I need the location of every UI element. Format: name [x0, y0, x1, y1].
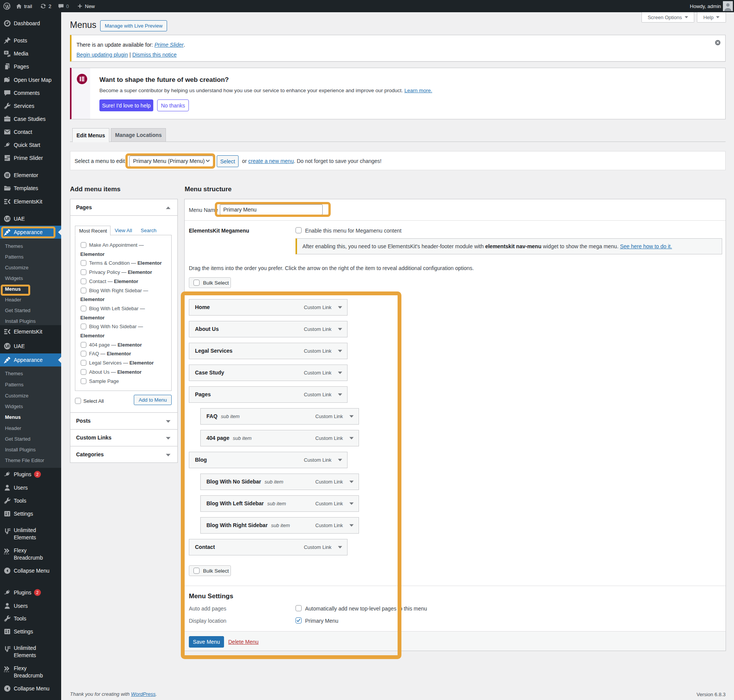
menu-item-blog-with-no-sidebar[interactable]: Blog With No Sidebarsub itemCustom Link [200, 474, 359, 490]
sidebar-item-appearance[interactable]: Appearance [0, 353, 61, 366]
sidebar-item-unlimited-elements[interactable]: UnlimitedElements [0, 642, 61, 663]
tab-edit-menus[interactable]: Edit Menus [72, 128, 109, 142]
auto-add-checkbox[interactable] [296, 605, 302, 611]
sidebar-item-comments[interactable]: Comments [0, 86, 61, 99]
page-checkbox[interactable] [81, 360, 86, 366]
menu-item-contact[interactable]: ContactCustom Link [189, 539, 348, 555]
tab-manage-locations[interactable]: Manage Locations [111, 128, 166, 142]
sidebar-item-dashboard[interactable]: Dashboard [0, 17, 61, 30]
howdy-menu[interactable]: Howdy, admin [690, 0, 721, 12]
sidebar-item-contact[interactable]: Contact [0, 125, 61, 138]
sidebar-item-plugins[interactable]: Plugins2 [0, 586, 61, 599]
sidebar-subitem-themes[interactable]: Themes [0, 368, 61, 379]
page-checkbox[interactable] [81, 324, 86, 329]
sidebar-item-services[interactable]: Services [0, 99, 61, 112]
sidebar-item-tools[interactable]: Tools [0, 612, 61, 625]
sidebar-subitem-themes[interactable]: Themes [0, 241, 61, 252]
menu-item-pages[interactable]: PagesCustom Link [189, 386, 348, 403]
bulk-select-checkbox[interactable] [193, 280, 200, 286]
page-checkbox[interactable] [81, 342, 86, 348]
menu-select-dropdown[interactable]: Primary Menu (Primary Menu) [129, 156, 213, 167]
menu-item-404-page[interactable]: 404 pagesub itemCustom Link [200, 430, 359, 446]
tab-search[interactable]: Search [141, 228, 156, 234]
sidebar-subitem-header[interactable]: Header [0, 423, 61, 434]
page-checkbox[interactable] [81, 369, 86, 375]
sidebar-item-collapse-menu[interactable]: Collapse Menu [0, 682, 61, 695]
dismiss-this-notice-link[interactable]: Dismiss this notice [132, 52, 177, 58]
sidebar-subitem-get-started[interactable]: Get Started [0, 305, 61, 316]
prime-slider-link[interactable]: Prime Slider [154, 42, 184, 48]
page-checkbox[interactable] [81, 278, 86, 284]
page-checkbox[interactable] [81, 269, 86, 275]
sidebar-item-uae[interactable]: UAE [0, 212, 61, 225]
elementor-accept-button[interactable]: Sure! I'd love to help [99, 99, 153, 111]
menu-item-blog-with-left-sidebar[interactable]: Blog With Left Sidebarsub itemCustom Lin… [200, 495, 359, 512]
wordpress-logo-menu[interactable] [3, 0, 11, 12]
menu-item-toggle-icon[interactable] [338, 546, 342, 549]
begin-updating-plugin-link[interactable]: Begin updating plugin [76, 52, 128, 58]
sidebar-item-pages[interactable]: Pages [0, 60, 61, 73]
accordion-posts[interactable]: Posts [70, 412, 177, 429]
bulk-select-top[interactable]: Bulk Select [189, 277, 231, 288]
page-checkbox[interactable] [81, 351, 86, 357]
menu-item-toggle-icon[interactable] [338, 328, 342, 330]
sidebar-item-settings[interactable]: Settings [0, 625, 61, 638]
site-menu[interactable]: trail [16, 0, 32, 12]
avatar[interactable] [723, 1, 733, 11]
sidebar-item-templates[interactable]: Templates [0, 182, 61, 195]
sidebar-item-elementskit[interactable]: ElementsKit [0, 325, 61, 338]
sidebar-item-posts[interactable]: Posts [0, 34, 61, 47]
sidebar-item-appearance[interactable]: Appearance [0, 226, 61, 239]
updates-menu[interactable]: 2 [40, 0, 51, 12]
menu-item-home[interactable]: HomeCustom Link [189, 299, 348, 316]
sidebar-subitem-customize[interactable]: Customize [0, 262, 61, 273]
learn-more-link[interactable]: Learn more. [404, 88, 432, 93]
sidebar-subitem-widgets[interactable]: Widgets [0, 401, 61, 412]
comments-menu[interactable]: 0 [58, 0, 69, 12]
page-checkbox[interactable] [81, 288, 86, 293]
accordion-categories[interactable]: Categories [70, 446, 177, 462]
menu-item-toggle-icon[interactable] [338, 459, 342, 461]
sidebar-subitem-install-plugins[interactable]: Install Plugins [0, 444, 61, 455]
add-to-menu-button[interactable]: Add to Menu [134, 395, 172, 405]
sidebar-item-settings[interactable]: Settings [0, 507, 61, 520]
sidebar-subitem-patterns[interactable]: Patterns [0, 379, 61, 390]
sidebar-item-users[interactable]: Users [0, 481, 61, 494]
sidebar-subitem-header[interactable]: Header [0, 295, 61, 305]
sidebar-subitem-patterns[interactable]: Patterns [0, 252, 61, 262]
sidebar-item-open-user-map[interactable]: Open User Map [0, 73, 61, 86]
sidebar-item-collapse-menu[interactable]: Collapse Menu [0, 564, 61, 577]
dismiss-notice-icon[interactable] [715, 39, 721, 46]
menu-item-toggle-icon[interactable] [349, 437, 354, 440]
sidebar-item-uae[interactable]: UAE [0, 340, 61, 353]
sidebar-item-unlimited-elements[interactable]: UnlimitedElements [0, 524, 61, 545]
sidebar-item-plugins[interactable]: Plugins2 [0, 468, 61, 481]
menu-name-input[interactable] [220, 204, 323, 215]
page-checkbox[interactable] [81, 242, 86, 248]
menu-item-toggle-icon[interactable] [338, 306, 342, 309]
sidebar-item-quick-start[interactable]: Quick Start [0, 138, 61, 151]
wordpress-link[interactable]: WordPress [131, 691, 156, 697]
sidebar-item-users[interactable]: Users [0, 599, 61, 612]
see-how-link[interactable]: See here how to do it. [620, 243, 672, 249]
new-menu[interactable]: New [77, 0, 95, 12]
sidebar-subitem-menus[interactable]: Menus [0, 412, 61, 423]
menu-item-faq[interactable]: FAQsub itemCustom Link [200, 408, 359, 425]
sidebar-item-flexy-breadcrumb[interactable]: FlexyBreadcrumb [0, 662, 61, 683]
manage-with-live-preview-button[interactable]: Manage with Live Preview [100, 20, 167, 31]
sidebar-item-elementskit[interactable]: ElementsKit [0, 195, 61, 208]
accordion-custom-links[interactable]: Custom Links [70, 429, 177, 446]
page-checkbox[interactable] [81, 260, 86, 266]
menu-item-legal-services[interactable]: Legal ServicesCustom Link [189, 343, 348, 359]
tab-view-all[interactable]: View All [115, 228, 132, 234]
help-button[interactable]: Help [697, 12, 726, 23]
select-button[interactable]: Select [217, 155, 239, 167]
menu-item-toggle-icon[interactable] [349, 480, 354, 483]
sidebar-item-prime-slider[interactable]: Prime Slider [0, 151, 61, 164]
sidebar-item-flexy-breadcrumb[interactable]: FlexyBreadcrumb [0, 544, 61, 565]
screen-options-button[interactable]: Screen Options [641, 12, 694, 23]
menu-item-blog[interactable]: BlogCustom Link [189, 452, 348, 468]
sidebar-item-media[interactable]: Media [0, 47, 61, 60]
sidebar-item-elementor[interactable]: Elementor [0, 169, 61, 182]
bulk-select-bottom[interactable]: Bulk Select [189, 565, 231, 576]
